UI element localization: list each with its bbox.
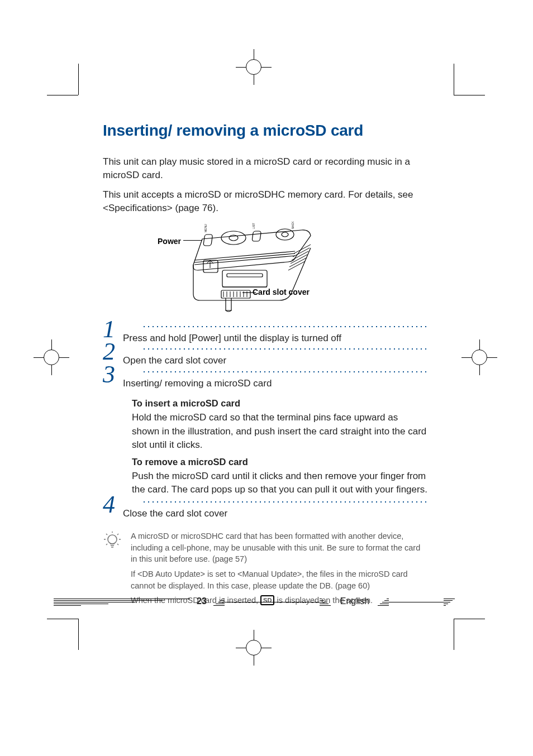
step-number: 4 [103, 492, 115, 517]
step-subbody-insert: Hold the microSD card so that the termin… [132, 411, 428, 452]
lightbulb-icon [103, 532, 122, 551]
svg-point-4 [276, 229, 294, 240]
svg-line-22 [294, 245, 311, 253]
crop-mark [78, 619, 79, 650]
step-divider [142, 371, 428, 372]
svg-rect-11 [227, 274, 263, 277]
tip-note: A microSD or microSDHC card that has bee… [103, 530, 428, 606]
step-1: 1 Press and hold [Power] until the displ… [103, 326, 428, 349]
intro-paragraph-1: This unit can play music stored in a mic… [103, 155, 428, 183]
svg-rect-9 [203, 260, 218, 272]
page-content: Inserting/ removing a microSD card This … [103, 122, 428, 606]
page-language: English [335, 596, 374, 606]
footer-ornament [54, 599, 190, 606]
step-divider [142, 348, 428, 350]
page-number: 23 [190, 596, 213, 606]
svg-line-27 [288, 261, 305, 270]
svg-rect-3 [252, 231, 261, 241]
crop-mark [454, 619, 454, 650]
svg-rect-0 [203, 235, 213, 246]
crop-mark [78, 64, 79, 95]
crop-mark [47, 95, 78, 95]
step-text: Inserting/ removing a microSD card [123, 375, 428, 394]
crop-mark [47, 619, 78, 619]
device-illustration: MENU LIST BACK [190, 221, 335, 315]
intro-paragraph-2: This unit accepts a microSD or microSDHC… [103, 188, 428, 216]
figure-power-label: Power [158, 237, 181, 246]
svg-text:LIST: LIST [252, 223, 255, 229]
svg-line-6 [194, 251, 295, 260]
svg-point-32 [108, 535, 117, 544]
svg-text:MENU: MENU [204, 224, 207, 232]
device-figure: Power [103, 221, 428, 322]
step-divider [142, 501, 428, 503]
svg-point-5 [282, 232, 288, 237]
step-text: Press and hold [Power] until the display… [123, 329, 428, 349]
tip-text-2: If <DB Auto Update> is set to <Manual Up… [131, 568, 428, 591]
crop-mark [454, 619, 485, 619]
step-4: 4 Close the card slot cover [103, 501, 428, 524]
step-text: Close the card slot cover [123, 505, 428, 524]
crop-mark [44, 350, 59, 365]
footer-ornament [213, 599, 331, 606]
step-subhead-insert: To insert a microSD card [132, 398, 428, 409]
footer-ornament [378, 599, 455, 606]
steps-list: 1 Press and hold [Power] until the displ… [103, 326, 428, 524]
svg-line-37 [117, 534, 118, 535]
crop-mark [454, 95, 485, 95]
crop-mark [246, 59, 261, 75]
svg-line-38 [106, 544, 107, 545]
svg-line-39 [117, 544, 118, 545]
crop-mark [472, 350, 487, 365]
page-footer: 23 English [54, 596, 455, 609]
step-number: 3 [103, 362, 115, 387]
step-subhead-remove: To remove a microSD card [132, 457, 428, 467]
step-divider [142, 326, 428, 327]
page-title: Inserting/ removing a microSD card [103, 122, 428, 140]
step-2: 2 Open the card slot cover [103, 348, 428, 371]
step-3: 3 Inserting/ removing a microSD card To … [103, 371, 428, 497]
step-3-detail: To insert a microSD card Hold the microS… [123, 398, 428, 496]
svg-rect-10 [222, 270, 267, 287]
svg-rect-21 [221, 290, 250, 298]
tip-text-1: A microSD or microSDHC card that has bee… [131, 530, 428, 565]
step-subbody-remove: Push the microSD card until it clicks an… [132, 470, 428, 497]
figure-card-slot-cover-label: Card slot cover [253, 288, 310, 296]
svg-point-1 [221, 231, 246, 245]
crop-mark [246, 640, 261, 655]
svg-line-26 [289, 258, 306, 267]
svg-line-36 [106, 534, 107, 535]
crop-mark [454, 64, 454, 95]
svg-text:BACK: BACK [291, 221, 294, 229]
step-text: Open the card slot cover [123, 352, 428, 371]
